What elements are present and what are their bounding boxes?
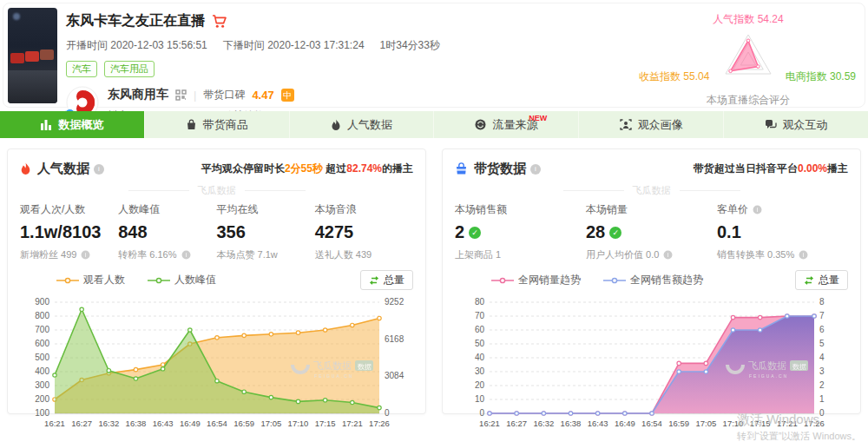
svg-text:FEIGUA.CN: FEIGUA.CN <box>314 373 353 379</box>
dashboard-page: 东风卡车之友正在直播 开播时间 2020-12-03 15:56:51 下播时间… <box>0 3 868 442</box>
info-icon[interactable]: i <box>82 251 90 260</box>
svg-text:300: 300 <box>35 380 49 390</box>
panel-title: 人气数据 <box>37 161 89 177</box>
svg-text:800: 800 <box>35 311 49 320</box>
svg-text:900: 900 <box>35 297 49 307</box>
svg-text:16:27: 16:27 <box>506 419 527 428</box>
qr-code-icon[interactable] <box>175 89 187 101</box>
svg-text:16:38: 16:38 <box>561 419 582 428</box>
info-icon[interactable]: i <box>753 206 762 214</box>
stream-thumbnail <box>8 8 57 103</box>
popularity-panel: 人气数据 i 平均观众停留时长2分55秒 超过82.74%的播主 飞瓜数据 观看… <box>7 148 426 414</box>
popularity-legend: 观看人数 人数峰值 总量 <box>20 270 413 290</box>
stream-title: 东风卡车之友正在直播 <box>66 12 205 30</box>
svg-text:16:54: 16:54 <box>641 419 662 428</box>
popularity-note: 平均观众停留时长2分55秒 超过82.74%的播主 <box>201 162 413 176</box>
windows-activation-watermark: 激活 Windows 转到“设置”以激活 Windows。 <box>737 412 861 442</box>
info-icon[interactable]: i <box>799 251 808 260</box>
svg-text:80: 80 <box>475 297 485 307</box>
feigua-watermark: 飞瓜数据 <box>455 184 848 197</box>
svg-text:500: 500 <box>35 353 49 362</box>
swap-icon <box>369 276 379 285</box>
svg-text:17:10: 17:10 <box>288 419 309 428</box>
svg-text:数据: 数据 <box>792 363 806 371</box>
svg-text:20: 20 <box>475 380 485 390</box>
legend-viewers[interactable]: 观看人数 <box>56 273 125 287</box>
stream-duration: 1时34分33秒 <box>380 38 440 53</box>
svg-text:16:32: 16:32 <box>98 419 119 428</box>
sales-legend: 全网销量趋势 全网销售额趋势 总量 <box>455 270 848 290</box>
stream-header-card: 东风卡车之友正在直播 开播时间 2020-12-03 15:56:51 下播时间… <box>3 3 865 108</box>
main-tab-bar: 数据概览 带货商品 人气数据 流量来源 NEW 观众画像 观众互动 <box>0 111 868 138</box>
svg-text:17:15: 17:15 <box>315 419 336 428</box>
svg-text:数据: 数据 <box>358 363 372 371</box>
svg-text:飞瓜数据: 飞瓜数据 <box>313 360 352 371</box>
svg-text:60: 60 <box>475 325 485 334</box>
tab-popularity[interactable]: 人气数据 <box>290 111 435 138</box>
svg-text:30: 30 <box>475 366 485 376</box>
radar-metric-popularity: 人气指数 54.24 <box>639 12 858 27</box>
tab-audience-profile[interactable]: 观众画像 <box>579 111 724 138</box>
end-time-label: 下播时间 <box>223 39 265 51</box>
new-badge: NEW <box>529 114 547 122</box>
popularity-stats: 观看人次/人数 1.1w/8103 新增粉丝 499i 人数峰值 848 转粉率… <box>20 202 413 261</box>
info-icon[interactable]: i <box>664 251 673 260</box>
stat-avg-order: 客单价i 0.1 销售转换率 0.35%i <box>717 202 848 261</box>
category-tags: 汽车 汽车用品 <box>66 61 621 77</box>
svg-text:3084: 3084 <box>385 371 404 380</box>
legend-sales-volume[interactable]: 全网销量趋势 <box>491 273 581 287</box>
tab-data-overview[interactable]: 数据概览 <box>0 111 145 138</box>
svg-text:16:21: 16:21 <box>44 419 65 428</box>
tab-products[interactable]: 带货商品 <box>145 111 290 138</box>
tab-traffic-source[interactable]: 流量来源 NEW <box>434 111 579 138</box>
svg-text:700: 700 <box>35 325 49 334</box>
popularity-trend-chart[interactable]: 9008007006005004003002001009252616830840… <box>20 292 412 439</box>
svg-text:600: 600 <box>35 339 49 348</box>
shopping-bag-icon <box>455 162 468 175</box>
svg-text:4: 4 <box>819 353 825 362</box>
tab-audience-interaction[interactable]: 观众互动 <box>724 111 868 138</box>
legend-peak[interactable]: 人数峰值 <box>148 273 216 287</box>
category-tag[interactable]: 汽车用品 <box>104 61 155 77</box>
svg-text:2: 2 <box>819 380 825 390</box>
svg-text:FEIGUA.CN: FEIGUA.CN <box>749 373 788 379</box>
svg-text:400: 400 <box>35 366 49 376</box>
svg-text:16:59: 16:59 <box>233 419 254 428</box>
start-time-value: 2020-12-03 15:56:51 <box>110 39 207 51</box>
check-icon: ✓ <box>609 227 621 239</box>
svg-text:16:49: 16:49 <box>615 419 635 428</box>
svg-text:16:21: 16:21 <box>479 419 500 428</box>
svg-text:100: 100 <box>35 408 49 418</box>
stat-sales-volume: 本场销量 28✓ 用户人均价值 0.0i <box>586 202 717 261</box>
svg-text:5: 5 <box>819 339 825 348</box>
info-icon[interactable]: i <box>181 251 190 260</box>
info-icon[interactable]: i <box>94 164 104 175</box>
legend-sales-amount[interactable]: 全网销售额趋势 <box>603 273 703 287</box>
total-toggle-button[interactable]: 总量 <box>360 270 413 290</box>
reputation-score: 4.47 <box>252 89 273 102</box>
svg-text:16:38: 16:38 <box>126 419 147 428</box>
svg-text:9252: 9252 <box>385 297 404 307</box>
svg-text:70: 70 <box>475 311 485 320</box>
stat-avg-online: 平均在线 356 本场点赞 7.1w <box>217 202 315 261</box>
svg-text:40: 40 <box>475 353 485 362</box>
category-tag[interactable]: 汽车 <box>66 61 97 77</box>
svg-text:6: 6 <box>819 325 825 334</box>
info-icon[interactable]: i <box>530 164 541 175</box>
account-name[interactable]: 东风商用车 <box>108 87 168 102</box>
feigua-watermark: 飞瓜数据 <box>20 184 413 197</box>
svg-text:50: 50 <box>475 339 485 348</box>
svg-text:飞瓜数据: 飞瓜数据 <box>748 360 786 371</box>
total-toggle-button[interactable]: 总量 <box>795 270 848 290</box>
traffic-source-icon <box>475 119 486 130</box>
svg-text:1: 1 <box>819 394 825 404</box>
svg-text:10: 10 <box>475 394 485 404</box>
sales-stats: 本场销售额 2✓ 上架商品 1 本场销量 28✓ 用户人均价值 0.0i 客单价… <box>455 202 848 261</box>
svg-text:16:43: 16:43 <box>588 419 608 428</box>
svg-text:16:27: 16:27 <box>71 419 92 428</box>
svg-text:0: 0 <box>385 408 390 418</box>
bar-chart-icon <box>40 119 52 130</box>
cart-icon <box>212 15 227 29</box>
sales-note: 带货超过当日抖音平台0.00%播主 <box>694 162 848 176</box>
radar-metric-revenue: 收益指数 55.04 <box>639 69 709 84</box>
